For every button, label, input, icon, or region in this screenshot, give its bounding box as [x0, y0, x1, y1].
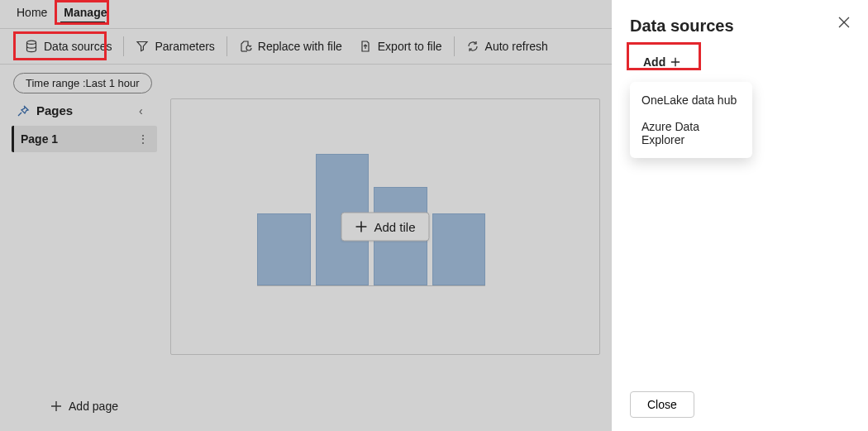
dashboard-canvas: Add tile: [170, 98, 600, 355]
more-icon[interactable]: ⋮: [137, 132, 149, 146]
parameters-label: Parameters: [155, 40, 214, 53]
replace-with-file-button[interactable]: Replace with file: [231, 35, 351, 58]
tab-manage-underline: [60, 22, 105, 23]
add-tile-label: Add tile: [374, 220, 415, 234]
svg-point-0: [27, 41, 36, 44]
auto-refresh-label: Auto refresh: [485, 40, 548, 53]
sidebar-item-page-1[interactable]: Page 1 ⋮: [12, 126, 157, 152]
plus-icon: [355, 221, 367, 233]
tab-home[interactable]: Home: [8, 2, 55, 23]
add-page-button[interactable]: Add page: [12, 391, 157, 418]
pin-icon: [17, 104, 30, 117]
data-sources-button[interactable]: Data sources: [17, 35, 120, 58]
time-range-pill[interactable]: Time range : Last 1 hour: [13, 73, 152, 93]
close-button[interactable]: Close: [630, 391, 694, 418]
add-data-source-button[interactable]: Add: [630, 50, 694, 74]
add-page-label: Add page: [69, 400, 118, 413]
add-data-source-menu: OneLake data hub Azure Data Explorer: [630, 82, 752, 158]
tab-manage[interactable]: Manage: [55, 2, 115, 23]
time-range-value: Last 1 hour: [86, 77, 140, 89]
chevron-left-icon[interactable]: ‹: [139, 104, 150, 117]
export-file-icon: [359, 40, 372, 53]
pages-title: Pages: [36, 103, 73, 117]
toolbar-separator: [227, 36, 227, 56]
chart-bar: [257, 213, 311, 285]
menu-item-adx[interactable]: Azure Data Explorer: [630, 113, 752, 153]
close-icon[interactable]: [838, 17, 850, 28]
refresh-icon: [466, 40, 479, 53]
database-icon: [25, 40, 38, 53]
parameters-button[interactable]: Parameters: [127, 35, 222, 58]
page-item-label: Page 1: [21, 132, 58, 146]
add-tile-button[interactable]: Add tile: [341, 213, 429, 242]
export-file-label: Export to file: [378, 40, 442, 53]
export-to-file-button[interactable]: Export to file: [351, 35, 451, 58]
replace-file-icon: [239, 40, 252, 53]
time-range-prefix: Time range :: [26, 77, 86, 89]
toolbar-separator: [454, 36, 455, 56]
add-label: Add: [643, 55, 665, 69]
plus-icon: [670, 57, 680, 67]
panel-title: Data sources: [630, 17, 850, 36]
chart-bar: [432, 213, 486, 285]
funnel-icon: [136, 40, 149, 53]
auto-refresh-button[interactable]: Auto refresh: [458, 35, 556, 58]
menu-item-onelake[interactable]: OneLake data hub: [630, 87, 752, 113]
pages-sidebar: Pages ‹ Page 1 ⋮ Add page: [12, 98, 157, 418]
toolbar-separator: [123, 36, 124, 56]
replace-file-label: Replace with file: [258, 40, 342, 53]
data-sources-panel: Data sources Add OneLake data hub Azure …: [612, 0, 868, 431]
plus-icon: [50, 400, 62, 412]
data-sources-label: Data sources: [44, 40, 112, 53]
